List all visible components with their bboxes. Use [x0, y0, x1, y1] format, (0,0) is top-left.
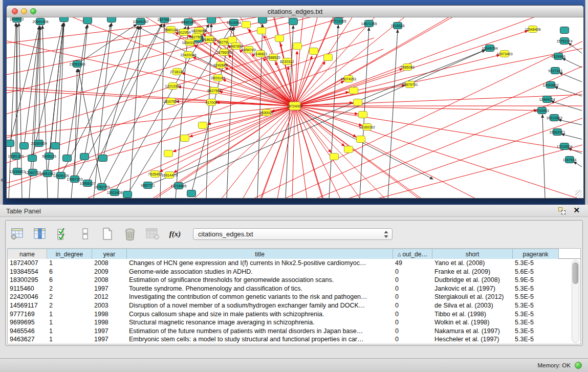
graph-edge[interactable] [559, 73, 582, 82]
graph-node[interactable]: 1527602 [157, 17, 171, 23]
graph-edge[interactable] [148, 50, 485, 185]
graph-node[interactable] [258, 17, 267, 24]
graph-node[interactable] [164, 150, 173, 157]
graph-edge[interactable] [208, 106, 295, 124]
graph-node[interactable]: 11548408 [525, 26, 541, 33]
graph-edge[interactable] [174, 106, 295, 172]
graph-edge[interactable] [71, 25, 88, 198]
graph-node[interactable] [80, 154, 89, 160]
graph-edge-ray[interactable] [7, 84, 295, 106]
graph-edge[interactable] [55, 24, 63, 146]
table-row[interactable]: 1938455462009Genome-wide association stu… [8, 268, 580, 276]
graph-node[interactable]: 20691406 [32, 18, 48, 25]
graph-edge-ray[interactable] [295, 106, 582, 198]
table-row[interactable]: 911546021997Tourette syndrome. Phenomeno… [8, 285, 580, 293]
new-column-button[interactable] [99, 225, 116, 243]
graph-node[interactable]: 9242848 [213, 62, 227, 69]
network-canvas[interactable]: 2405572206914061065528715276028466160881… [7, 17, 583, 198]
scrollbar-thumb[interactable] [573, 262, 578, 284]
table-row[interactable]: 2242004622012Investigating the contribut… [8, 293, 580, 301]
graph-edge-ray[interactable] [295, 106, 489, 198]
delete-table-button-disabled[interactable] [144, 225, 161, 243]
graph-node[interactable]: 2718120 [170, 69, 184, 75]
graph-edge[interactable] [561, 134, 582, 139]
graph-node[interactable]: 11923408 [107, 189, 123, 196]
column-header-pagerank[interactable]: pagerank [513, 249, 559, 259]
graph-node[interactable] [83, 17, 92, 24]
window-resize-grip[interactable] [575, 190, 582, 197]
graph-node[interactable] [107, 17, 116, 23]
graph-edge[interactable] [388, 30, 398, 198]
graph-node[interactable] [350, 87, 358, 94]
graph-edge[interactable] [94, 23, 112, 198]
column-header-name[interactable]: name [8, 249, 47, 259]
graph-node[interactable] [275, 35, 284, 42]
function-builder-button[interactable]: f(x) [166, 225, 184, 243]
graph-node[interactable]: 17016504 [556, 143, 572, 150]
select-all-columns-button[interactable] [54, 225, 71, 243]
graph-node[interactable] [20, 143, 29, 149]
network-canvas-svg[interactable]: 2405572206914061065528715276028466160881… [7, 17, 582, 198]
show-columns-button[interactable] [31, 225, 49, 243]
graph-node[interactable]: 2405572 [10, 17, 24, 23]
graph-edge[interactable] [179, 50, 485, 186]
graph-edge-ray[interactable] [178, 106, 295, 198]
graph-node[interactable]: 12213302 [165, 83, 181, 90]
graph-node[interactable] [293, 43, 302, 50]
delete-column-button[interactable] [121, 225, 139, 243]
column-header-out_degree[interactable]: △out_de… [393, 249, 432, 259]
graph-edge[interactable] [295, 106, 537, 111]
table-select-combobox[interactable]: citations_edges.txt [193, 228, 393, 240]
graph-node[interactable] [330, 154, 339, 160]
graph-node[interactable] [344, 146, 353, 153]
graph-node[interactable]: 1588520 [266, 54, 280, 61]
graph-node[interactable]: 10973493 [496, 51, 512, 57]
graph-edge[interactable] [10, 27, 39, 143]
graph-edge[interactable] [17, 24, 17, 171]
graph-node[interactable] [181, 135, 189, 142]
graph-node[interactable]: 7515526 [390, 23, 404, 29]
graph-node[interactable]: 8215953 [535, 107, 549, 114]
graph-edge-ray[interactable] [295, 106, 530, 198]
table-row[interactable]: 977716911998Corpus callosum shape and si… [8, 310, 580, 319]
graph-edge-ray[interactable] [295, 17, 557, 106]
graph-node[interactable]: 22420046 [180, 52, 196, 58]
graph-node[interactable]: 16074291 [340, 76, 356, 82]
graph-edge[interactable] [574, 162, 582, 167]
graph-node[interactable]: 9857771 [141, 182, 155, 189]
graph-node[interactable]: 18226058 [191, 28, 207, 34]
float-panel-icon[interactable] [558, 207, 565, 214]
graph-node[interactable] [242, 21, 251, 28]
graph-edge-ray[interactable] [7, 106, 295, 141]
graph-node[interactable]: 12160162 [359, 124, 375, 130]
graph-edge-ray[interactable] [7, 32, 295, 106]
network-window-titlebar[interactable]: citations_edges.txt [7, 6, 583, 17]
graph-edge[interactable] [569, 148, 582, 154]
graph-node[interactable] [7, 140, 14, 147]
graph-node[interactable] [289, 18, 298, 25]
graph-edge[interactable] [295, 55, 499, 106]
graph-node[interactable]: 14671355 [361, 20, 377, 27]
graph-node[interactable] [60, 17, 69, 22]
control-panel-collapsed-divider[interactable] [0, 0, 3, 205]
graph-hub-node[interactable]: 18724007 [287, 102, 302, 110]
table-row[interactable]: 946554611997Estimation of the future num… [8, 327, 580, 336]
column-header-short[interactable]: short [432, 249, 513, 259]
graph-edge[interactable] [190, 106, 295, 137]
graph-node[interactable] [354, 99, 362, 106]
graph-edge-ray[interactable] [295, 17, 431, 106]
unselect-all-columns-button[interactable] [76, 225, 94, 243]
table-row[interactable]: 1456911722003Disruption of a novel membe… [8, 301, 580, 310]
graph-node[interactable] [560, 27, 569, 34]
graph-node[interactable] [187, 190, 196, 197]
graph-node[interactable] [310, 48, 318, 55]
graph-edge[interactable] [542, 115, 545, 198]
graph-edge-ray[interactable] [295, 106, 565, 198]
graph-edge[interactable] [102, 27, 186, 187]
graph-edge[interactable] [286, 26, 293, 198]
table-settings-button[interactable] [9, 225, 26, 243]
graph-edge-ray[interactable] [295, 17, 478, 106]
graph-edge[interactable] [562, 58, 582, 68]
column-header-year[interactable]: year [92, 249, 127, 259]
graph-edge[interactable] [339, 112, 582, 198]
